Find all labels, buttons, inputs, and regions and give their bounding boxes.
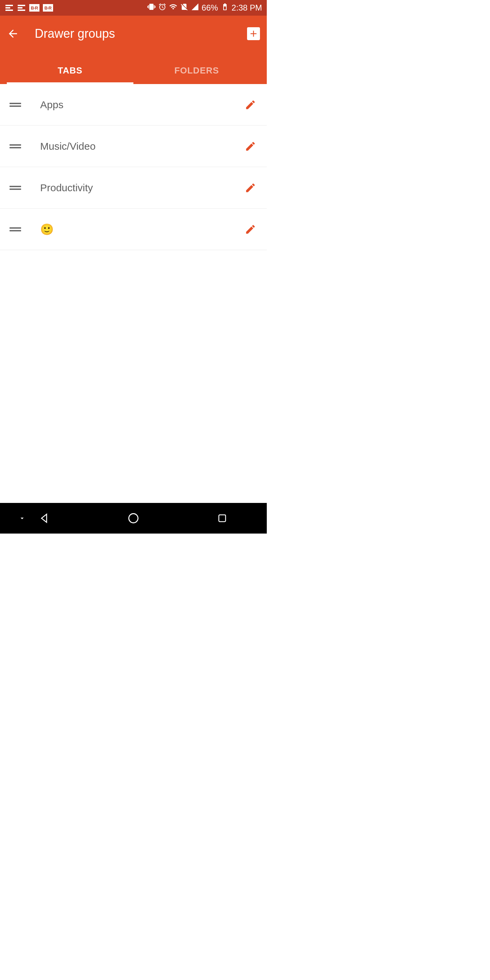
- bleacher-report-notification-icon: B·R: [29, 4, 40, 11]
- group-label: 🙂: [21, 223, 243, 236]
- svg-rect-1: [219, 515, 226, 522]
- tab-label: TABS: [58, 65, 83, 76]
- back-button[interactable]: [7, 27, 19, 40]
- edit-button[interactable]: [243, 140, 257, 153]
- navigation-bar: [0, 503, 267, 533]
- edit-button[interactable]: [243, 223, 257, 236]
- wifi-icon: [169, 3, 177, 13]
- vibrate-icon: [147, 3, 156, 13]
- no-sim-icon: [180, 3, 188, 13]
- drag-handle-icon[interactable]: [10, 144, 21, 148]
- drag-handle-icon[interactable]: [10, 227, 21, 231]
- list-item[interactable]: 🙂: [0, 208, 267, 250]
- espn-notification-icon: [17, 3, 26, 12]
- clock-time: 2:38 PM: [232, 3, 262, 13]
- status-left: B·R B·R: [5, 3, 53, 12]
- list-item[interactable]: Music/Video: [0, 126, 267, 167]
- nav-home-button[interactable]: [125, 510, 142, 527]
- drag-handle-icon[interactable]: [10, 186, 21, 190]
- list-item[interactable]: Apps: [0, 84, 267, 126]
- drag-handle-icon[interactable]: [10, 103, 21, 107]
- group-label: Apps: [21, 99, 243, 111]
- nav-recents-button[interactable]: [214, 510, 231, 527]
- list-item[interactable]: Productivity: [0, 167, 267, 208]
- app-bar: Drawer groups TABS FOLDERS: [0, 16, 267, 84]
- tab-label: FOLDERS: [174, 65, 219, 76]
- bleacher-report-notification-icon: B·R: [43, 4, 53, 11]
- status-right: 66% 2:38 PM: [147, 3, 262, 13]
- tab-tabs[interactable]: TABS: [7, 57, 134, 84]
- espn-notification-icon: [5, 3, 14, 12]
- signal-icon: [191, 3, 199, 13]
- tabs: TABS FOLDERS: [7, 57, 260, 84]
- group-label: Music/Video: [21, 140, 243, 152]
- edit-button[interactable]: [243, 98, 257, 111]
- groups-list: Apps Music/Video Productivity 🙂: [0, 84, 267, 503]
- status-bar: B·R B·R 66% 2:38 PM: [0, 0, 267, 16]
- battery-icon: [221, 3, 229, 13]
- nav-back-button[interactable]: [36, 510, 53, 527]
- svg-point-0: [129, 514, 138, 523]
- alarm-icon: [158, 3, 166, 13]
- edit-button[interactable]: [243, 181, 257, 195]
- battery-percent: 66%: [202, 3, 218, 13]
- nav-caret-button[interactable]: [14, 510, 30, 527]
- page-title: Drawer groups: [35, 27, 231, 41]
- add-button[interactable]: [247, 27, 260, 40]
- tab-folders[interactable]: FOLDERS: [134, 57, 260, 84]
- group-label: Productivity: [21, 182, 243, 194]
